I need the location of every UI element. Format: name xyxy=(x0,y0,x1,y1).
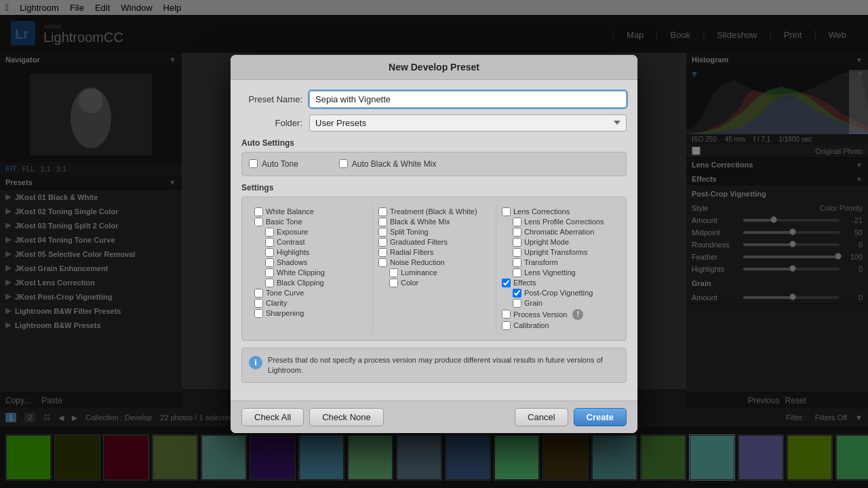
checkbox-bw-mix[interactable] xyxy=(378,218,387,226)
checkbox-calibration[interactable] xyxy=(502,321,511,330)
checkbox-effects[interactable] xyxy=(502,279,511,287)
label-clarity[interactable]: Clarity xyxy=(266,299,287,307)
label-sharpening[interactable]: Sharpening xyxy=(266,309,304,317)
checkbox-upright-mode[interactable] xyxy=(513,238,521,247)
create-button[interactable]: Create xyxy=(574,408,627,426)
checkbox-clarity[interactable] xyxy=(254,299,263,308)
checkbox-upright-transforms[interactable] xyxy=(513,248,521,257)
preset-name-row: Preset Name: xyxy=(241,91,627,108)
label-treatment[interactable]: Treatment (Black & White) xyxy=(390,207,477,216)
checkbox-post-crop[interactable] xyxy=(513,289,521,298)
check-all-button[interactable]: Check All xyxy=(241,408,304,426)
label-process-version[interactable]: Process Version xyxy=(513,310,567,319)
checkbox-color-nr[interactable] xyxy=(389,279,398,287)
settings-item-color-nr: Color xyxy=(378,278,490,288)
label-shadows[interactable]: Shadows xyxy=(277,258,307,266)
checkbox-process-version[interactable] xyxy=(502,310,511,319)
checkbox-basic-tone[interactable] xyxy=(254,218,263,226)
preset-name-input[interactable] xyxy=(309,91,627,108)
checkbox-black-clipping[interactable] xyxy=(265,279,274,287)
label-exposure[interactable]: Exposure xyxy=(277,228,308,236)
auto-settings-row: Auto Tone Auto Black & White Mix xyxy=(249,159,619,169)
label-bw-mix[interactable]: Black & White Mix xyxy=(390,218,450,226)
settings-item-sharpening: Sharpening xyxy=(254,308,367,319)
label-noise-reduction[interactable]: Noise Reduction xyxy=(390,258,445,266)
label-lens-profile[interactable]: Lens Profile Corrections xyxy=(524,218,604,226)
check-none-button[interactable]: Check None xyxy=(309,408,384,426)
checkbox-radial-filters[interactable] xyxy=(378,248,387,257)
settings-item-black-clipping: Black Clipping xyxy=(254,278,367,288)
settings-item-chromatic: Chromatic Aberration xyxy=(502,227,614,237)
folder-label: Folder: xyxy=(241,118,302,128)
checkbox-chromatic[interactable] xyxy=(513,228,521,237)
checkbox-treatment[interactable] xyxy=(378,207,387,216)
label-lens-vignetting[interactable]: Lens Vignetting xyxy=(524,268,576,277)
settings-item-luminance: Luminance xyxy=(378,268,490,278)
checkbox-shadows[interactable] xyxy=(265,258,274,267)
label-chromatic[interactable]: Chromatic Aberration xyxy=(524,228,594,236)
checkbox-graduated-filters[interactable] xyxy=(378,238,387,247)
checkbox-lens-vignetting[interactable] xyxy=(513,268,521,277)
label-effects[interactable]: Effects xyxy=(513,279,536,287)
label-highlights[interactable]: Highlights xyxy=(277,248,309,256)
label-upright-mode[interactable]: Upright Mode xyxy=(524,238,569,246)
auto-tone-checkbox[interactable] xyxy=(249,159,258,168)
label-transform[interactable]: Transform xyxy=(524,258,558,266)
label-basic-tone[interactable]: Basic Tone xyxy=(266,218,302,226)
checkbox-tone-curve[interactable] xyxy=(254,289,263,298)
folder-row: Folder: User Presets xyxy=(241,115,627,131)
checkbox-lens-corrections[interactable] xyxy=(502,207,511,216)
settings-item-basic-tone: Basic Tone xyxy=(254,217,367,227)
label-white-clipping[interactable]: White Clipping xyxy=(277,268,325,277)
checkbox-transform[interactable] xyxy=(513,258,521,267)
cancel-button[interactable]: Cancel xyxy=(515,408,568,426)
checkbox-contrast[interactable] xyxy=(265,238,274,247)
settings-item-split-toning: Split Toning xyxy=(378,227,490,237)
settings-grid: White BalanceBasic ToneExposureContrastH… xyxy=(249,204,619,333)
settings-item-lens-corrections: Lens Corrections xyxy=(502,207,614,217)
auto-bw-mix-checkbox[interactable] xyxy=(339,159,348,168)
checkbox-highlights[interactable] xyxy=(265,248,274,257)
settings-item-lens-vignetting: Lens Vignetting xyxy=(502,268,614,278)
auto-settings-header: Auto Settings xyxy=(241,138,627,148)
checkbox-luminance[interactable] xyxy=(389,268,398,277)
checkbox-lens-profile[interactable] xyxy=(513,218,521,226)
label-split-toning[interactable]: Split Toning xyxy=(390,228,429,236)
folder-select[interactable]: User Presets xyxy=(309,115,627,131)
label-upright-transforms[interactable]: Upright Transforms xyxy=(524,248,588,256)
settings-col-1: White BalanceBasic ToneExposureContrastH… xyxy=(249,204,372,333)
checkbox-split-toning[interactable] xyxy=(378,228,387,237)
label-tone-curve[interactable]: Tone Curve xyxy=(266,289,304,297)
auto-bw-mix-cb[interactable]: Auto Black & White Mix xyxy=(339,159,437,169)
label-black-clipping[interactable]: Black Clipping xyxy=(277,279,324,287)
checkbox-noise-reduction[interactable] xyxy=(378,258,387,267)
footer-right: Cancel Create xyxy=(515,408,627,426)
checkbox-exposure[interactable] xyxy=(265,228,274,237)
checkbox-white-balance[interactable] xyxy=(254,207,263,216)
label-white-balance[interactable]: White Balance xyxy=(266,207,314,216)
settings-item-upright-transforms: Upright Transforms xyxy=(502,247,614,258)
label-graduated-filters[interactable]: Graduated Filters xyxy=(390,238,448,246)
dialog-footer: Check All Check None Cancel Create xyxy=(231,401,637,433)
settings-item-noise-reduction: Noise Reduction xyxy=(378,258,490,268)
label-calibration[interactable]: Calibration xyxy=(513,321,549,329)
warning-icon: i xyxy=(249,356,262,369)
label-grain[interactable]: Grain xyxy=(524,299,542,307)
modal-overlay: New Develop Preset Preset Name: Folder: … xyxy=(0,0,868,488)
settings-item-white-clipping: White Clipping xyxy=(254,268,367,278)
dialog-body: Preset Name: Folder: User Presets Auto S… xyxy=(231,80,637,401)
label-post-crop[interactable]: Post-Crop Vignetting xyxy=(524,289,593,297)
label-lens-corrections[interactable]: Lens Corrections xyxy=(513,207,570,216)
auto-tone-cb[interactable]: Auto Tone xyxy=(249,159,298,169)
label-contrast[interactable]: Contrast xyxy=(277,238,305,246)
label-radial-filters[interactable]: Radial Filters xyxy=(390,248,433,256)
checkbox-grain[interactable] xyxy=(513,299,521,308)
label-luminance[interactable]: Luminance xyxy=(401,268,437,277)
process-version-info-icon[interactable]: ! xyxy=(572,309,583,320)
settings-box: White BalanceBasic ToneExposureContrastH… xyxy=(241,197,627,341)
settings-item-clarity: Clarity xyxy=(254,298,367,308)
checkbox-sharpening[interactable] xyxy=(254,309,263,318)
label-color-nr[interactable]: Color xyxy=(401,279,418,287)
footer-left: Check All Check None xyxy=(241,408,384,426)
checkbox-white-clipping[interactable] xyxy=(265,268,274,277)
